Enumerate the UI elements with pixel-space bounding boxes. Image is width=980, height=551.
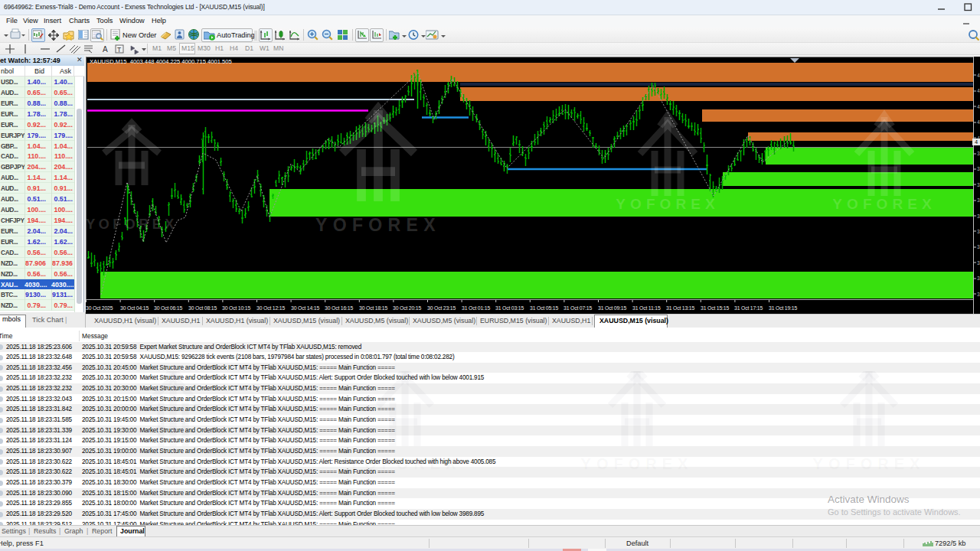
svg-text:YOFOREX: YOFOREX	[616, 196, 719, 212]
svg-text:31 Oct 07:15: 31 Oct 07:15	[564, 305, 592, 311]
svg-text:4: 4	[977, 89, 980, 94]
svg-text:31 Oct 19:15: 31 Oct 19:15	[769, 305, 797, 311]
svg-text:T: T	[117, 46, 121, 54]
svg-text:30 Oct 14:15: 30 Oct 14:15	[291, 305, 319, 311]
svg-text:XAUUSD,M15 4003.448 4004.225: XAUUSD,M15 4003.448 4004.225 4000.715 40…	[90, 58, 232, 65]
svg-text:4: 4	[975, 139, 978, 145]
svg-text:YOFOREX: YOFOREX	[86, 217, 178, 232]
svg-text:YOFOREX: YOFOREX	[813, 455, 926, 472]
svg-text:4: 4	[977, 73, 980, 79]
svg-text:31 Oct 03:15: 31 Oct 03:15	[495, 305, 524, 311]
svg-text:3: 3	[977, 183, 980, 188]
svg-text:3: 3	[977, 230, 980, 235]
svg-text:31 Oct 13:15: 31 Oct 13:15	[666, 305, 694, 311]
svg-text:31 Oct 01:15: 31 Oct 01:15	[462, 305, 490, 311]
svg-text:31 Oct 15:15: 31 Oct 15:15	[701, 305, 729, 311]
svg-text:4: 4	[977, 120, 980, 126]
svg-text:3: 3	[977, 198, 980, 204]
svg-text:30 Oct 06:15: 30 Oct 06:15	[154, 305, 182, 311]
svg-text:30 Oct 12:15: 30 Oct 12:15	[256, 305, 285, 311]
svg-text:4: 4	[977, 105, 980, 110]
svg-text:31 Oct 17:15: 31 Oct 17:15	[734, 305, 763, 311]
svg-text:30 Oct 2025: 30 Oct 2025	[86, 305, 113, 311]
svg-text:3: 3	[977, 152, 980, 157]
svg-text:YOFOREX: YOFOREX	[315, 215, 441, 235]
svg-text:30 Oct 16:15: 30 Oct 16:15	[325, 305, 353, 311]
svg-text:3: 3	[977, 261, 980, 266]
svg-text:YOFOREX: YOFOREX	[832, 196, 936, 212]
svg-text:31 Oct 11:15: 31 Oct 11:15	[632, 305, 661, 311]
svg-text:YOFOREX: YOFOREX	[581, 455, 694, 472]
svg-text:YOFOREX: YOFOREX	[349, 455, 462, 472]
svg-text:30 Oct 18:15: 30 Oct 18:15	[359, 305, 387, 311]
svg-text:30 Oct 10:15: 30 Oct 10:15	[222, 305, 250, 311]
svg-text:3: 3	[977, 245, 980, 250]
svg-text:30 Oct 20:15: 30 Oct 20:15	[393, 305, 421, 311]
svg-text:3: 3	[977, 167, 980, 172]
svg-text:3: 3	[977, 292, 980, 298]
svg-text:3: 3	[977, 276, 980, 282]
svg-text:YOFOREX: YOFOREX	[117, 455, 230, 472]
svg-text:3: 3	[977, 214, 980, 220]
svg-text:30 Oct 04:15: 30 Oct 04:15	[120, 305, 149, 311]
svg-text:30 Oct 23:15: 30 Oct 23:15	[427, 305, 456, 311]
svg-text:30 Oct 08:15: 30 Oct 08:15	[188, 305, 217, 311]
svg-text:A: A	[103, 45, 108, 54]
svg-text:31 Oct 09:15: 31 Oct 09:15	[598, 305, 626, 311]
svg-text:31 Oct 05:15: 31 Oct 05:15	[530, 305, 558, 311]
